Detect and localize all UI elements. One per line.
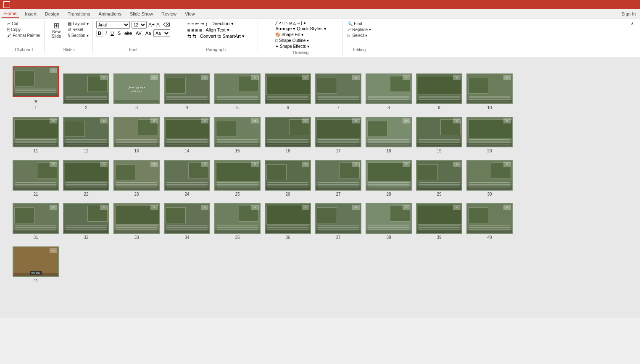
reset-button[interactable]: ↺ Reset: [66, 27, 90, 32]
bullet-list-button[interactable]: ≡: [187, 21, 190, 26]
slide-item-36[interactable]: W36: [265, 203, 311, 240]
find-button[interactable]: 🔍 Find: [346, 21, 372, 26]
slide-thumb-28[interactable]: W: [366, 160, 412, 191]
strikethrough-button[interactable]: abc: [123, 30, 133, 36]
slide-item-10[interactable]: W10: [466, 73, 513, 110]
slide-item-37[interactable]: W37: [315, 203, 361, 240]
slide-thumb-18[interactable]: W: [366, 117, 412, 147]
slide-item-40[interactable]: W40: [466, 203, 513, 240]
line-spacing-button[interactable]: ↕: [205, 21, 208, 26]
menu-slideshow[interactable]: Slide Show: [127, 10, 155, 17]
slide-thumb-39[interactable]: W: [416, 203, 462, 234]
slide-item-30[interactable]: W30: [466, 160, 513, 196]
slide-thumb-21[interactable]: W: [13, 160, 59, 191]
slide-thumb-22[interactable]: W: [63, 160, 109, 191]
slide-thumb-32[interactable]: W: [63, 203, 109, 234]
slide-item-26[interactable]: W26: [265, 160, 311, 196]
slide-item-24[interactable]: W24: [164, 160, 210, 196]
menu-insert[interactable]: Insert: [22, 10, 39, 17]
slide-item-32[interactable]: W32: [63, 203, 109, 240]
shape-more-icon[interactable]: ⊞: [289, 21, 292, 25]
slide-thumb-17[interactable]: W: [315, 117, 361, 147]
rtl-button[interactable]: ⇆: [187, 34, 191, 39]
slide-item-16[interactable]: W16: [265, 117, 311, 153]
convert-smartart-button[interactable]: Convert to SmartArt ▾: [200, 34, 245, 39]
shape-rect-icon[interactable]: □: [282, 21, 284, 25]
slide-thumb-25[interactable]: W: [214, 160, 261, 191]
slide-thumb-34[interactable]: W: [164, 203, 210, 234]
font-size-select[interactable]: 12: [132, 21, 147, 29]
slide-item-22[interactable]: W22: [63, 160, 109, 196]
slide-thumb-31[interactable]: W: [13, 203, 59, 234]
slide-item-2[interactable]: W2: [63, 73, 109, 110]
slide-item-1[interactable]: W★1: [13, 66, 59, 110]
menu-review[interactable]: Review: [159, 10, 179, 17]
shape-outline-button[interactable]: □ Shape Outline ▾: [275, 38, 309, 43]
slide-item-29[interactable]: W29: [416, 160, 462, 196]
slide-item-20[interactable]: W20: [466, 117, 513, 153]
decrease-indent-button[interactable]: ⇤: [195, 21, 199, 26]
shape-brace-icon[interactable]: {: [301, 21, 302, 25]
slide-item-21[interactable]: W21: [13, 160, 59, 196]
slide-thumb-13[interactable]: W: [113, 117, 160, 147]
slide-thumb-41[interactable]: THE ENDW: [13, 246, 59, 277]
menu-view[interactable]: View: [182, 10, 198, 17]
slide-thumb-38[interactable]: W: [366, 203, 412, 234]
slide-item-39[interactable]: W39: [416, 203, 462, 240]
slide-item-15[interactable]: W15: [214, 117, 261, 153]
char-spacing-button[interactable]: AV: [134, 30, 143, 36]
bold-button[interactable]: B: [96, 30, 103, 37]
slide-thumb-37[interactable]: W: [315, 203, 361, 234]
underline-button[interactable]: U: [109, 30, 115, 36]
menu-transitions[interactable]: Transitions: [65, 10, 92, 17]
slide-thumb-19[interactable]: W: [416, 117, 462, 147]
layout-button[interactable]: ▦ Layout ▾: [66, 21, 90, 26]
slide-item-41[interactable]: THE ENDW41: [13, 246, 59, 283]
slide-item-3[interactable]: موضوع: معمار رنزو پيانوW3: [113, 73, 160, 110]
slide-item-9[interactable]: W9: [416, 73, 462, 110]
slide-thumb-14[interactable]: W: [164, 117, 210, 147]
italic-button[interactable]: I: [104, 30, 108, 36]
slide-item-5[interactable]: W5: [214, 73, 261, 110]
slide-item-6[interactable]: W6: [265, 73, 311, 110]
slide-thumb-6[interactable]: W: [265, 73, 311, 104]
slide-item-27[interactable]: W27: [315, 160, 361, 196]
align-right-button[interactable]: ≡: [195, 28, 198, 33]
slide-item-35[interactable]: W35: [214, 203, 261, 240]
shape-arrow2-icon[interactable]: ⇒: [297, 21, 300, 25]
shape-fill-button[interactable]: 🎨 Shape Fill ▾: [275, 32, 303, 37]
slide-thumb-33[interactable]: W: [113, 203, 160, 234]
slide-item-23[interactable]: W23: [113, 160, 160, 196]
slide-thumb-8[interactable]: W: [366, 73, 412, 104]
slide-item-19[interactable]: W19: [416, 117, 462, 153]
slide-thumb-11[interactable]: W: [13, 117, 59, 147]
align-text-button[interactable]: Align Text ▾: [205, 27, 229, 33]
slide-item-17[interactable]: W17: [315, 117, 361, 153]
slide-thumb-3[interactable]: موضوع: معمار رنزو پيانوW: [113, 73, 160, 104]
slide-item-4[interactable]: W4: [164, 73, 210, 110]
increase-indent-button[interactable]: ⇥: [200, 21, 204, 26]
slide-thumb-12[interactable]: W: [63, 117, 109, 147]
slide-item-8[interactable]: W8: [366, 73, 412, 110]
shape-oval-icon[interactable]: ○: [286, 21, 288, 25]
slide-thumb-2[interactable]: W: [63, 73, 109, 104]
menu-design[interactable]: Design: [42, 10, 62, 17]
slide-thumb-24[interactable]: W: [164, 160, 210, 191]
slide-item-25[interactable]: W25: [214, 160, 261, 196]
slide-thumb-16[interactable]: W: [265, 117, 311, 147]
align-left-button[interactable]: ≡: [187, 28, 190, 33]
slide-item-18[interactable]: W18: [366, 117, 412, 153]
slide-thumb-30[interactable]: W: [466, 160, 513, 191]
slide-thumb-23[interactable]: W: [113, 160, 160, 191]
slide-item-28[interactable]: W28: [366, 160, 412, 196]
slide-item-38[interactable]: W38: [366, 203, 412, 240]
font-decrease-button[interactable]: A-: [156, 22, 161, 28]
slide-thumb-1[interactable]: W: [13, 66, 59, 97]
shadow-button[interactable]: S: [116, 30, 122, 36]
select-button[interactable]: ▷ Select ▾: [346, 33, 372, 38]
section-button[interactable]: § Section ▾: [66, 33, 90, 38]
arrange-button[interactable]: Arrange ▾: [275, 26, 295, 31]
slide-thumb-9[interactable]: W: [416, 73, 462, 104]
slide-thumb-15[interactable]: W: [214, 117, 261, 147]
shape-line-icon[interactable]: ╱: [275, 21, 277, 25]
